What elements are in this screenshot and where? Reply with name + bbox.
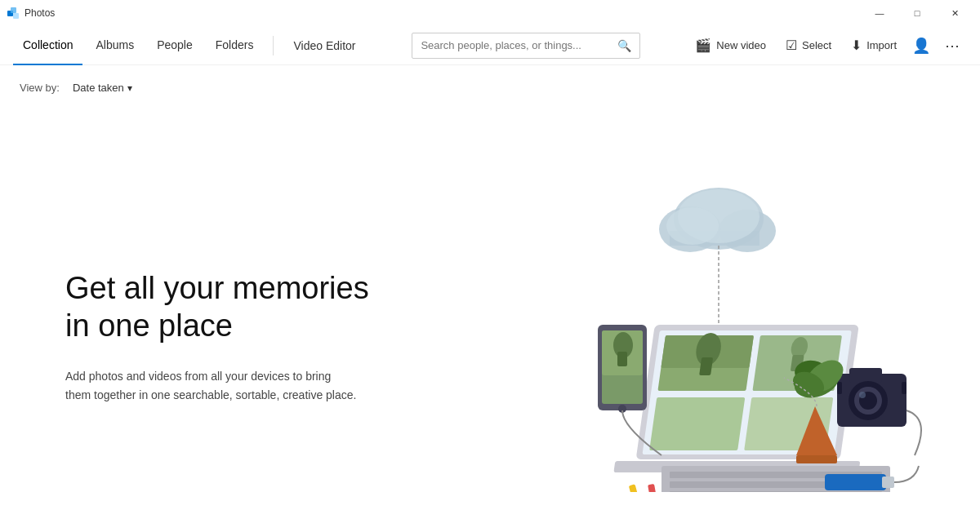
nav-folders[interactable]: Folders xyxy=(206,26,264,65)
import-icon: ⬇ xyxy=(851,38,862,53)
import-button[interactable]: ⬇ Import xyxy=(843,31,905,60)
titlebar: Photos — □ ✕ xyxy=(0,0,980,26)
user-account-button[interactable]: 👤 xyxy=(908,33,934,59)
new-video-button[interactable]: 🎬 New video xyxy=(687,31,774,60)
hero-description: Add photos and videos from all your devi… xyxy=(65,367,369,404)
photos-app-icon xyxy=(7,7,20,20)
ellipsis-icon: ⋯ xyxy=(945,37,960,55)
titlebar-controls: — □ ✕ xyxy=(861,0,973,26)
user-icon: 👤 xyxy=(912,37,930,55)
app-title: Photos xyxy=(24,7,55,19)
search-input[interactable] xyxy=(421,39,617,51)
nav-video-editor[interactable]: Video Editor xyxy=(283,26,365,65)
titlebar-left: Photos xyxy=(7,7,55,20)
chevron-down-icon: ▾ xyxy=(127,82,132,94)
svg-rect-41 xyxy=(902,382,906,394)
svg-rect-19 xyxy=(649,397,745,450)
search-icon[interactable]: 🔍 xyxy=(617,39,631,52)
toolbar-right: 🎬 New video ☑ Select ⬇ Import 👤 ⋯ xyxy=(687,31,967,60)
minimize-button[interactable]: — xyxy=(861,0,898,26)
nav-albums[interactable]: Albums xyxy=(86,26,144,65)
search-box: 🔍 xyxy=(412,33,640,59)
hero-title: Get all your memories in one place xyxy=(65,270,369,344)
left-content: Get all your memories in one place Add p… xyxy=(65,254,369,404)
main-content: Get all your memories in one place Add p… xyxy=(0,110,980,531)
svg-rect-1 xyxy=(11,7,16,13)
svg-rect-42 xyxy=(796,455,837,463)
viewby-label: View by: xyxy=(20,82,60,94)
nav-people[interactable]: People xyxy=(147,26,203,65)
svg-rect-25 xyxy=(670,491,882,492)
close-button[interactable]: ✕ xyxy=(936,0,973,26)
nav-divider xyxy=(273,36,274,55)
svg-rect-48 xyxy=(882,477,894,488)
viewby-select[interactable]: Date taken ▾ xyxy=(66,78,139,97)
svg-rect-40 xyxy=(837,382,842,394)
illustration-svg xyxy=(555,166,931,492)
svg-rect-47 xyxy=(825,474,886,490)
maximize-button[interactable]: □ xyxy=(898,0,936,26)
navbar: Collection Albums People Folders Video E… xyxy=(0,26,980,65)
new-video-icon: 🎬 xyxy=(695,38,711,53)
cloud-group xyxy=(659,188,776,325)
search-container: 🔍 xyxy=(368,33,684,59)
viewby-bar: View by: Date taken ▾ xyxy=(0,65,980,110)
svg-rect-35 xyxy=(849,368,882,383)
select-icon: ☑ xyxy=(786,38,797,53)
svg-rect-2 xyxy=(13,13,19,19)
svg-rect-32 xyxy=(617,352,627,366)
nav-collection[interactable]: Collection xyxy=(13,26,82,65)
hero-illustration xyxy=(555,166,931,492)
camera-group xyxy=(837,368,921,455)
select-button[interactable]: ☑ Select xyxy=(777,31,840,60)
svg-point-8 xyxy=(666,207,719,245)
svg-point-39 xyxy=(859,392,866,398)
more-options-button[interactable]: ⋯ xyxy=(938,31,967,60)
